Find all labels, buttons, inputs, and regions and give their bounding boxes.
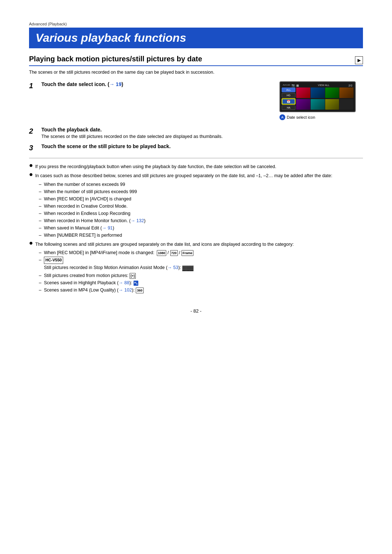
bullet-1: ● If you press the recording/playback bu… xyxy=(29,163,363,170)
camera-ui-topbar: AVCHD 📷 ▦ VIEW ALL 2/2 xyxy=(282,83,354,87)
special-item-5: Scenes saved in MP4 (Low Quality) (→ 102… xyxy=(39,286,363,294)
sublist-item-7: When saved in Manual Edit (→ 91) xyxy=(39,224,363,232)
page-count: 2/2 xyxy=(348,84,352,87)
sublist-item-2: When the number of still pictures exceed… xyxy=(39,188,363,195)
all-btn[interactable]: ALL xyxy=(282,87,295,92)
camera-sidebar: ALL HG 📅 HA xyxy=(282,87,295,110)
bullet-1-dot: ● xyxy=(29,162,33,168)
step-1-content: Touch the date select icon. (→ 19) xyxy=(41,81,272,89)
hg-btn[interactable]: HG xyxy=(282,93,295,98)
thumb-5 xyxy=(296,99,310,110)
step-3-number: 3 xyxy=(29,143,39,152)
special-item-3: Still pictures created from motion pictu… xyxy=(39,272,363,279)
step-3-heading: Touch the scene or the still picture to … xyxy=(41,143,363,149)
model-badge: HC-V550 xyxy=(44,257,63,264)
sublist-item-6: When recorded in Home Monitor function. … xyxy=(39,217,363,224)
bullet-section: ● If you press the recording/playback bu… xyxy=(29,163,363,294)
hs-badge: Hs xyxy=(134,281,138,286)
grid-icon: ▦ xyxy=(296,84,299,87)
special-sublist: When [REC MODE] in [MP4/iFrame] mode is … xyxy=(39,249,363,294)
step-2-subtext: The scenes or the still pictures recorde… xyxy=(41,134,363,139)
bullet-3-main-text: The following scenes and still pictures … xyxy=(35,242,294,247)
bullet-3-dot: ● xyxy=(29,240,33,246)
bullet-2: ● In cases such as those described below… xyxy=(29,172,363,239)
360-badge: 360 xyxy=(136,288,143,293)
date-select-caption: A Date select icon xyxy=(279,114,315,120)
camera-ui: AVCHD 📷 ▦ VIEW ALL 2/2 ALL HG 📅 HA xyxy=(279,81,356,112)
thumb-7 xyxy=(325,99,339,110)
thumb-2 xyxy=(311,87,325,98)
thumb-1 xyxy=(296,87,310,98)
sublist-item-1: When the number of scenes exceeds 99 xyxy=(39,181,363,188)
step-1-heading: Touch the date select icon. (→ 19) xyxy=(41,81,272,87)
view-all-label: VIEW ALL xyxy=(318,84,330,87)
special-item-4: Scenes saved in Highlight Playback (→ 88… xyxy=(39,279,363,286)
bullet-2-sublist: When the number of scenes exceeds 99 Whe… xyxy=(39,181,363,239)
playback-mode-icon: ▶ xyxy=(355,56,363,64)
step-1-container: 1 Touch the date select icon. (→ 19) xyxy=(29,81,272,90)
camera-icon-bar: 📷 xyxy=(291,84,295,87)
avchd-label: AVCHD xyxy=(283,84,290,87)
stop-motion-text: Still pictures recorded in Stop Motion A… xyxy=(44,265,193,270)
sublist-item-5: When recorded in Endless Loop Recording xyxy=(39,210,363,217)
step-1-left: 1 Touch the date select icon. (→ 19) xyxy=(29,81,272,120)
step-3-container: 3 Touch the scene or the still picture t… xyxy=(29,143,363,152)
step-1-right: AVCHD 📷 ▦ VIEW ALL 2/2 ALL HG 📅 HA xyxy=(279,81,363,120)
step-1-row: 1 Touch the date select icon. (→ 19) AVC… xyxy=(29,81,363,120)
bullet-2-content: In cases such as those described below, … xyxy=(35,172,363,239)
step-2-number: 2 xyxy=(29,127,39,135)
sublist-item-8: When [NUMBER RESET] is performed xyxy=(39,232,363,239)
thumb-4 xyxy=(339,87,354,98)
sublist-item-3: When [REC MODE] in [AVCHD] is changed xyxy=(39,195,363,203)
thumb-3 xyxy=(325,87,339,98)
camera-thumbnails xyxy=(296,87,354,110)
camera-ui-body: ALL HG 📅 HA xyxy=(282,87,354,110)
plus-badge: [+] xyxy=(130,273,136,279)
date-select-label: Date select icon xyxy=(287,115,315,119)
special-item-2: HC-V550 Still pictures recorded in Stop … xyxy=(39,256,363,272)
step-2-container: 2 Touch the playback date. The scenes or… xyxy=(29,127,363,139)
bullet-2-dot: ● xyxy=(29,171,33,178)
step-3-content: Touch the scene or the still picture to … xyxy=(41,143,363,151)
bullet-3-content: The following scenes and still pictures … xyxy=(35,241,363,294)
ha-btn[interactable]: HA xyxy=(282,105,295,110)
step-1-number: 1 xyxy=(29,81,39,90)
badge-720: 720 xyxy=(170,250,178,256)
date-select-btn[interactable]: 📅 xyxy=(282,98,295,105)
thumb-8 xyxy=(339,99,354,110)
bullet-3: ● The following scenes and still picture… xyxy=(29,241,363,294)
section-divider xyxy=(29,158,363,158)
breadcrumb: Advanced (Playback) xyxy=(29,22,363,26)
special-item-1: When [REC MODE] in [MP4/iFrame] mode is … xyxy=(39,249,363,256)
bullet-2-main-text: In cases such as those described below, … xyxy=(35,173,332,178)
page-number: - 82 - xyxy=(29,308,363,314)
step-2-heading: Touch the playback date. xyxy=(41,127,363,133)
step-2-content: Touch the playback date. The scenes or t… xyxy=(41,127,363,139)
camera-top-icons: AVCHD 📷 ▦ xyxy=(283,84,299,87)
chapter-title-bar: Various playback functions xyxy=(29,28,363,48)
chapter-title: Various playback functions xyxy=(36,31,356,45)
sublist-item-4: When recorded in Creative Control Mode. xyxy=(39,203,363,210)
thumb-6 xyxy=(311,99,325,110)
badge-1080: 1080 xyxy=(157,250,166,256)
section-title: Playing back motion pictures/still pictu… xyxy=(29,55,363,66)
intro-text: The scenes or the still pictures recorde… xyxy=(29,70,363,75)
label-a-circle: A xyxy=(279,114,285,120)
bullet-1-text: If you press the recording/playback butt… xyxy=(35,163,363,170)
badge-frame: Frame xyxy=(181,250,193,256)
